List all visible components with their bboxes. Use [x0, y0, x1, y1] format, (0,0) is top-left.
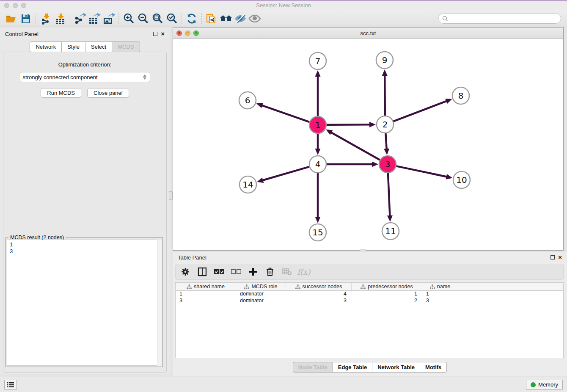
table-cell[interactable]: 1 — [352, 291, 422, 298]
graph-edge-1-2[interactable] — [327, 124, 370, 125]
graph-edge-arrowhead — [369, 122, 376, 127]
tab-motifs[interactable]: Motifs — [420, 362, 447, 373]
table-cell[interactable]: 4 — [286, 291, 352, 298]
criterion-dropdown[interactable]: strongly connected component — [20, 72, 150, 82]
table-row[interactable]: 3dominator323 — [176, 298, 563, 304]
tab-network-table[interactable]: Network Table — [372, 362, 420, 373]
zoom-in-icon[interactable] — [121, 12, 136, 25]
svg-text:6: 6 — [245, 95, 250, 105]
table-cell[interactable]: 2 — [352, 298, 422, 304]
svg-text:9: 9 — [382, 55, 388, 65]
clone-network-icon[interactable] — [204, 12, 219, 25]
column-header-MCDS-role[interactable]: MCDS role — [236, 283, 286, 290]
tab-network[interactable]: Network — [30, 41, 62, 52]
graph-edge-2-9[interactable] — [385, 75, 385, 116]
graph-node-3[interactable]: 3 — [379, 156, 396, 173]
table-cell[interactable]: 3 — [422, 298, 458, 304]
import-table-file-icon[interactable] — [53, 12, 67, 25]
node-table[interactable]: shared nameMCDS rolesuccessor nodesprede… — [175, 282, 564, 358]
tab-mcds[interactable]: MCDS — [112, 41, 140, 52]
open-session-icon[interactable] — [4, 12, 19, 25]
graph-edge-2-3[interactable] — [385, 133, 386, 149]
graph-node-7[interactable]: 7 — [309, 52, 326, 69]
column-header-predecessor-nodes[interactable]: predecessor nodes — [352, 283, 422, 290]
table-panel-close-icon[interactable]: × — [558, 255, 562, 259]
import-network-file-icon[interactable] — [39, 12, 53, 25]
table-cell[interactable]: 3 — [286, 298, 352, 304]
frame-close-button[interactable]: × — [176, 30, 182, 36]
hide-selected-icon[interactable] — [233, 12, 248, 25]
graph-node-9[interactable]: 9 — [376, 52, 393, 69]
graph-node-6[interactable]: 6 — [239, 92, 256, 109]
control-panel-tabs: NetworkStyleSelectMCDS — [0, 41, 170, 52]
export-network-icon[interactable] — [73, 12, 87, 25]
frame-maximize-button[interactable]: + — [193, 30, 199, 36]
apply-function-icon: f(x) — [298, 266, 309, 277]
export-table-icon[interactable] — [87, 12, 102, 25]
criterion-dropdown-value: strongly connected component — [23, 74, 98, 80]
graph-edge-2-8[interactable] — [394, 101, 447, 121]
zoom-out-icon[interactable] — [136, 12, 150, 25]
graph-node-8[interactable]: 8 — [452, 87, 469, 104]
column-header-shared-name[interactable]: shared name — [176, 283, 236, 290]
toggle-column-view-icon[interactable] — [197, 266, 208, 277]
graph-node-10[interactable]: 10 — [453, 171, 470, 188]
table-cell[interactable]: dominator — [236, 291, 286, 298]
graph-edge-3-11[interactable] — [388, 173, 390, 216]
graph-edge-4-14[interactable] — [262, 167, 309, 180]
frame-minimize-button[interactable]: − — [185, 30, 190, 36]
vertical-splitter-handle[interactable] — [169, 191, 173, 200]
table-cell[interactable]: 1 — [422, 291, 458, 298]
first-neighbors-icon[interactable] — [219, 12, 233, 25]
zoom-fit-icon[interactable] — [150, 12, 165, 25]
result-scrollbar[interactable] — [157, 240, 162, 366]
graph-node-11[interactable]: 11 — [382, 223, 399, 240]
table-panel-float-icon[interactable] — [550, 255, 555, 259]
column-header-name[interactable]: name — [422, 283, 458, 290]
graph-node-1[interactable]: 1 — [309, 116, 326, 133]
export-image-icon[interactable] — [102, 12, 116, 25]
graph-node-15[interactable]: 15 — [309, 224, 326, 241]
save-session-icon[interactable] — [19, 12, 33, 25]
network-window-titlebar[interactable]: scc.txt × − + — [173, 28, 563, 39]
graph-node-4[interactable]: 4 — [309, 156, 326, 173]
control-panel-float-icon[interactable] — [153, 32, 157, 36]
show-all-icon[interactable] — [248, 12, 262, 25]
mcds-result-text[interactable]: 1 3 — [7, 240, 162, 366]
shared-column-icon — [295, 284, 300, 289]
table-cell[interactable]: 1 — [176, 291, 236, 298]
tab-select[interactable]: Select — [85, 41, 112, 52]
delete-column-icon[interactable] — [264, 266, 275, 277]
zoom-selected-icon[interactable] — [165, 12, 179, 25]
tab-node-table[interactable]: Node Table — [293, 362, 333, 373]
search-icon — [442, 16, 448, 22]
node-table-body: 1dominator4113dominator323 — [176, 291, 563, 304]
network-graph[interactable]: 7968124314101511 — [173, 39, 563, 250]
graph-edge-1-6[interactable] — [261, 105, 309, 122]
graph-edge-3-10[interactable] — [396, 166, 447, 177]
task-history-button[interactable] — [4, 380, 17, 390]
graph-edge-3-1[interactable] — [330, 132, 380, 160]
close-panel-button[interactable]: Close panel — [87, 88, 129, 98]
search-field[interactable] — [438, 13, 561, 24]
control-panel: Control Panel × NetworkStyleSelectMCDS O… — [0, 28, 170, 374]
search-input[interactable] — [450, 15, 557, 22]
tab-style[interactable]: Style — [62, 41, 85, 52]
network-canvas[interactable]: 7968124314101511 — [173, 39, 563, 250]
memory-button[interactable]: Memory — [526, 380, 563, 390]
control-panel-close-icon[interactable]: × — [161, 32, 165, 36]
svg-text:10: 10 — [456, 175, 467, 185]
create-column-icon[interactable] — [248, 266, 259, 277]
table-cell[interactable]: 3 — [176, 298, 236, 304]
column-header-successor-nodes[interactable]: successor nodes — [286, 283, 352, 290]
graph-node-14[interactable]: 14 — [239, 176, 256, 193]
table-options-icon[interactable] — [180, 266, 191, 277]
table-cell[interactable]: dominator — [236, 298, 286, 304]
graph-node-2[interactable]: 2 — [377, 116, 394, 133]
unselect-all-columns-icon[interactable] — [231, 266, 242, 277]
table-row[interactable]: 1dominator411 — [176, 291, 563, 298]
select-all-columns-icon[interactable] — [214, 266, 225, 277]
refresh-view-icon[interactable] — [184, 12, 199, 25]
tab-edge-table[interactable]: Edge Table — [333, 362, 372, 373]
run-mcds-button[interactable]: Run MCDS — [41, 88, 81, 98]
